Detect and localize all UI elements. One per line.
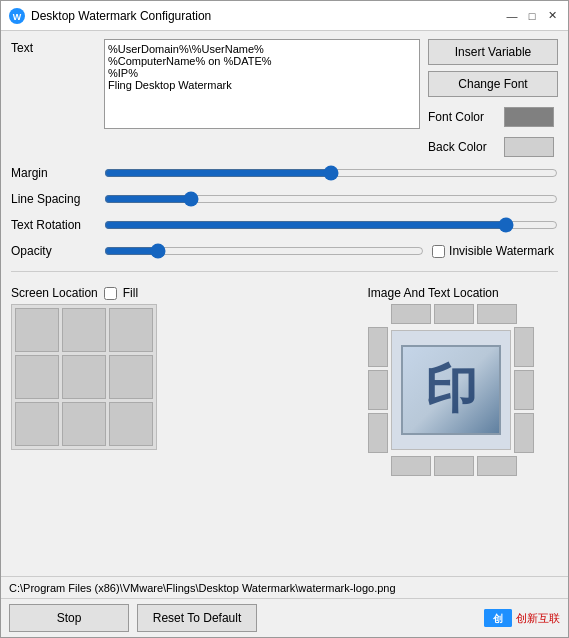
right-buttons: Insert Variable Change Font Font Color B… — [428, 39, 558, 157]
img-left-btn-1[interactable] — [368, 327, 388, 367]
img-right-btn-1[interactable] — [514, 327, 534, 367]
grid-cell-6[interactable] — [109, 355, 153, 399]
bottom-bar: Stop Reset To Default 创 创新互联 — [1, 598, 568, 637]
grid-cell-9[interactable] — [109, 402, 153, 446]
invisible-watermark-wrap: Invisible Watermark — [432, 244, 558, 258]
svg-text:W: W — [13, 12, 22, 22]
opacity-label: Opacity — [11, 244, 96, 258]
image-grid-wrap: 印 — [368, 327, 559, 453]
grid-cell-2[interactable] — [62, 308, 106, 352]
margin-slider[interactable] — [104, 163, 558, 183]
fill-label: Fill — [123, 286, 138, 300]
main-content: Text %UserDomain%\%UserName% %ComputerNa… — [1, 31, 568, 576]
main-window: W Desktop Watermark Configuration — □ ✕ … — [0, 0, 569, 638]
grid-cell-8[interactable] — [62, 402, 106, 446]
img-bot-btn-3[interactable] — [477, 456, 517, 476]
fill-checkbox[interactable] — [104, 287, 117, 300]
back-color-label: Back Color — [428, 140, 498, 154]
brand-logo: 创 — [484, 609, 512, 627]
grid-cell-7[interactable] — [15, 402, 59, 446]
reset-button[interactable]: Reset To Default — [137, 604, 257, 632]
image-location-container: Image And Text Location — [368, 286, 559, 476]
text-row: Text %UserDomain%\%UserName% %ComputerNa… — [11, 39, 558, 157]
img-left-btn-2[interactable] — [368, 370, 388, 410]
text-area-wrap: %UserDomain%\%UserName% %ComputerName% o… — [104, 39, 420, 132]
margin-label: Margin — [11, 166, 96, 180]
font-color-row: Font Color — [428, 107, 558, 127]
title-bar: W Desktop Watermark Configuration — □ ✕ — [1, 1, 568, 31]
screen-location-label: Screen Location — [11, 286, 98, 300]
back-color-swatch[interactable] — [504, 137, 554, 157]
image-bottom-buttons — [368, 456, 559, 476]
image-top-buttons — [368, 304, 559, 324]
brand-area: 创 创新互联 — [484, 609, 560, 627]
text-rotation-slider[interactable] — [104, 215, 558, 235]
text-rotation-label: Text Rotation — [11, 218, 96, 232]
font-color-label: Font Color — [428, 110, 498, 124]
divider — [11, 271, 558, 272]
img-left-buttons — [368, 327, 388, 453]
opacity-slider[interactable] — [104, 241, 424, 261]
app-icon: W — [9, 8, 25, 24]
line-spacing-label: Line Spacing — [11, 192, 96, 206]
img-right-buttons — [514, 327, 534, 453]
img-right-btn-3[interactable] — [514, 413, 534, 453]
text-input[interactable]: %UserDomain%\%UserName% %ComputerName% o… — [104, 39, 420, 129]
change-font-button[interactable]: Change Font — [428, 71, 558, 97]
line-spacing-row: Line Spacing — [11, 189, 558, 209]
stamp-character: 印 — [425, 355, 477, 425]
brand-name: 创新互联 — [516, 611, 560, 626]
window-title: Desktop Watermark Configuration — [31, 9, 504, 23]
svg-text:创: 创 — [492, 613, 503, 624]
margin-row: Margin — [11, 163, 558, 183]
img-top-btn-3[interactable] — [477, 304, 517, 324]
location-section: Screen Location Fill — [11, 286, 558, 476]
window-controls: — □ ✕ — [504, 8, 560, 24]
minimize-button[interactable]: — — [504, 8, 520, 24]
invisible-watermark-checkbox[interactable] — [432, 245, 445, 258]
insert-variable-button[interactable]: Insert Variable — [428, 39, 558, 65]
font-color-swatch[interactable] — [504, 107, 554, 127]
img-bot-btn-2[interactable] — [434, 456, 474, 476]
image-inner: 印 — [401, 345, 501, 435]
grid-cell-3[interactable] — [109, 308, 153, 352]
image-preview: 印 — [391, 330, 511, 450]
invisible-watermark-label: Invisible Watermark — [449, 244, 554, 258]
back-color-row: Back Color — [428, 137, 558, 157]
maximize-button[interactable]: □ — [524, 8, 540, 24]
stop-button[interactable]: Stop — [9, 604, 129, 632]
line-spacing-slider[interactable] — [104, 189, 558, 209]
status-bar: C:\Program Files (x86)\VMware\Flings\Des… — [1, 576, 568, 598]
img-right-btn-2[interactable] — [514, 370, 534, 410]
grid-cell-1[interactable] — [15, 308, 59, 352]
grid-cell-4[interactable] — [15, 355, 59, 399]
text-label: Text — [11, 39, 96, 55]
opacity-row: Opacity Invisible Watermark — [11, 241, 558, 261]
img-top-btn-1[interactable] — [391, 304, 431, 324]
status-path: C:\Program Files (x86)\VMware\Flings\Des… — [9, 582, 396, 594]
image-location-label: Image And Text Location — [368, 286, 559, 300]
screen-location-header: Screen Location Fill — [11, 286, 138, 300]
img-top-btn-2[interactable] — [434, 304, 474, 324]
screen-location-container: Screen Location Fill — [11, 286, 157, 476]
grid-cell-5[interactable] — [62, 355, 106, 399]
close-button[interactable]: ✕ — [544, 8, 560, 24]
screen-location-grid — [11, 304, 157, 450]
text-rotation-row: Text Rotation — [11, 215, 558, 235]
img-bot-btn-1[interactable] — [391, 456, 431, 476]
img-left-btn-3[interactable] — [368, 413, 388, 453]
